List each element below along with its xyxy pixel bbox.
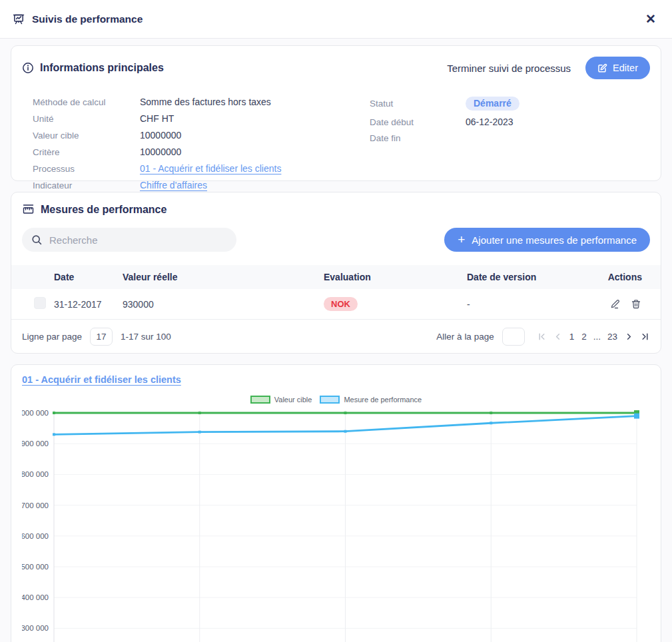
svg-text:900 000: 900 000	[22, 440, 49, 448]
dialog-header: Suivis de performance ✕	[0, 0, 672, 39]
mesures-de-performance-card: Mesures de performance + Ajouter une mes…	[11, 192, 661, 354]
svg-text:300 000: 300 000	[22, 624, 49, 632]
page-1-button[interactable]: 1	[569, 332, 575, 342]
process-chart-card: 01 - Acquérir et fidéliser les clients V…	[11, 364, 661, 642]
svg-text:600 000: 600 000	[22, 532, 49, 540]
cell-date: 31-12-2017	[54, 299, 123, 310]
field-unite: Unité CHF HT	[33, 113, 370, 126]
delete-row-button[interactable]	[630, 298, 642, 310]
last-page-icon[interactable]	[640, 332, 650, 342]
field-methode-de-calcul: Méthode de calcul Somme des factures hor…	[33, 97, 370, 109]
page-ellipsis: ...	[593, 332, 601, 342]
first-page-icon[interactable]	[537, 332, 547, 342]
col-date: Date	[54, 272, 123, 282]
info-card-title: Informations principales	[40, 62, 164, 74]
legend-swatch-mesure	[320, 396, 340, 404]
table-header-row: Date Valeur réelle Evaluation Date de ve…	[11, 265, 661, 289]
field-statut: Statut Démarré	[370, 97, 650, 111]
table-row: 31-12-2017 930000 NOK -	[11, 289, 661, 320]
field-date-debut: Date début 06-12-2023	[370, 117, 650, 129]
edit-button-label: Editer	[613, 63, 638, 73]
measures-table: Date Valeur réelle Evaluation Date de ve…	[11, 265, 661, 320]
legend-label-mesure: Mesure de performance	[344, 396, 422, 404]
next-page-icon[interactable]	[624, 332, 634, 342]
search-input[interactable]	[49, 234, 227, 246]
goto-page-label: Aller à la page	[436, 332, 494, 342]
rows-per-page-label: Ligne par page	[22, 332, 82, 342]
col-valeur-reelle: Valeur réelle	[123, 272, 324, 282]
legend-item-mesure: Mesure de performance	[320, 396, 422, 404]
svg-text:700 000: 700 000	[22, 501, 49, 509]
field-indicateur: Indicateur Chiffre d'affaires	[33, 180, 370, 192]
cell-valeur-reelle: 930000	[123, 299, 324, 310]
mesures-card-title: Mesures de performance	[41, 204, 167, 216]
informations-principales-card: Informations principales Terminer suivi …	[11, 45, 661, 181]
cell-date-version: -	[467, 299, 587, 310]
page-23-button[interactable]: 23	[607, 332, 618, 342]
svg-text:500 000: 500 000	[22, 563, 49, 571]
svg-text:400 000: 400 000	[22, 593, 49, 601]
indicateur-link[interactable]: Chiffre d'affaires	[140, 180, 207, 190]
prev-page-icon[interactable]	[553, 332, 563, 342]
legend-label-valeur-cible: Valeur cible	[274, 396, 312, 404]
table-header-checkbox-cell	[34, 271, 46, 283]
page-2-button[interactable]: 2	[581, 332, 587, 342]
nok-badge: NOK	[324, 297, 358, 311]
rows-per-page-input[interactable]	[90, 328, 113, 346]
range-label: 1-17 sur 100	[121, 332, 171, 342]
performance-board-icon	[12, 13, 25, 26]
search-icon	[31, 234, 43, 246]
legend-item-valeur-cible: Valeur cible	[250, 396, 312, 404]
row-checkbox[interactable]	[34, 297, 46, 309]
table-footer: Ligne par page 1-17 sur 100 Aller à la p…	[11, 320, 661, 353]
svg-text:800 000: 800 000	[22, 470, 49, 478]
svg-text:1 000 000: 1 000 000	[22, 409, 49, 417]
chart-legend: Valeur cible Mesure de performance	[22, 394, 650, 405]
edit-row-button[interactable]	[609, 298, 621, 310]
trash-icon	[630, 298, 642, 310]
processus-link[interactable]: 01 - Acquérir et fidéliser les clients	[140, 163, 281, 174]
edit-icon	[597, 63, 607, 73]
line-chart: 1 000 000900 000800 000700 000600 000500…	[22, 408, 650, 642]
chart-title-link[interactable]: 01 - Acquérir et fidéliser les clients	[22, 374, 181, 385]
page-title: Suivis de performance	[32, 13, 143, 25]
legend-swatch-valeur-cible	[250, 396, 270, 404]
field-critere: Critère 10000000	[33, 147, 370, 159]
edit-button[interactable]: Editer	[585, 57, 650, 79]
info-icon	[22, 62, 34, 74]
add-measure-button-label: Ajouter une mesures de performance	[472, 234, 637, 246]
terminer-suivi-button[interactable]: Terminer suivi de processus	[447, 63, 571, 74]
close-icon[interactable]: ✕	[641, 10, 660, 29]
field-valeur-cible: Valeur cible 10000000	[33, 130, 370, 143]
status-badge: Démarré	[466, 97, 519, 111]
col-evaluation: Evaluation	[324, 272, 467, 282]
add-measure-button[interactable]: + Ajouter une mesures de performance	[444, 228, 650, 252]
col-actions: Actions	[587, 272, 661, 282]
ruler-icon	[22, 203, 35, 216]
col-date-de-version: Date de version	[467, 272, 587, 282]
plus-icon: +	[458, 233, 465, 246]
search-box[interactable]	[22, 228, 236, 252]
field-date-fin: Date fin	[370, 133, 650, 146]
field-processus: Processus 01 - Acquérir et fidéliser les…	[33, 163, 370, 176]
goto-page-input[interactable]	[502, 328, 525, 346]
pencil-icon	[609, 298, 621, 310]
